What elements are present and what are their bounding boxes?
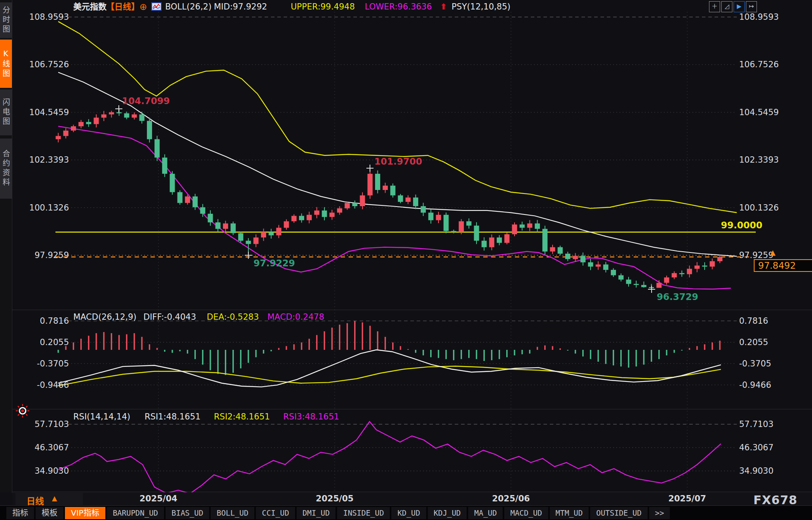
candle-body <box>603 264 608 270</box>
tab-9[interactable]: INSIDE_UD <box>337 507 390 519</box>
symbol-title: 美元指数 <box>73 2 107 12</box>
tab-12[interactable]: MA_UD <box>468 507 503 519</box>
tab-5[interactable]: BIAS_UD <box>166 507 209 519</box>
macd-axis-label: -0.3705 <box>10 359 69 369</box>
candle-body <box>185 196 190 203</box>
rsi-label: RSI(14,14,14) <box>73 412 130 422</box>
candle-body <box>451 231 456 232</box>
candle-body <box>56 136 61 139</box>
macd-axis-label: -0.9466 <box>739 380 771 390</box>
macd-value: MACD:0.2478 <box>267 312 324 322</box>
sidebar-item-4[interactable]: 合约资料 <box>0 139 12 199</box>
candle-body <box>474 226 479 241</box>
candle-body <box>154 139 160 158</box>
candle-body <box>687 269 692 274</box>
x-axis-date-label: 2025/07 <box>668 494 706 503</box>
macd-label: MACD(26,12,9) <box>73 312 137 322</box>
candle-body <box>162 158 167 174</box>
tab-4[interactable]: BARUPDN_UD <box>107 507 164 519</box>
candle-body <box>482 241 487 247</box>
candle-body <box>383 186 388 190</box>
indicator-tabbar: 指标模板VIP指标BARUPDN_UDBIAS_UDBOLL_UDCCI_UDD… <box>0 505 812 520</box>
alert-sun-icon[interactable] <box>15 403 30 420</box>
sidebar-item-1[interactable]: 分时图 <box>0 2 12 38</box>
candle-body <box>215 222 221 229</box>
crosshair-icon[interactable]: ＋ <box>709 1 720 12</box>
candle-body <box>337 208 342 213</box>
candle-body <box>231 224 236 233</box>
axis-play-icon[interactable]: ▶ <box>734 1 745 12</box>
tabs-overflow-button[interactable]: >> <box>649 507 670 519</box>
candle-body <box>542 229 547 251</box>
boll-label: BOLL(26,2) <box>165 2 212 12</box>
candle-body <box>132 114 137 118</box>
candle-body <box>86 122 91 124</box>
candle-body <box>489 237 494 247</box>
tab-3[interactable]: VIP指标 <box>65 507 105 519</box>
candle-body <box>78 122 84 126</box>
main-axis-label: 108.9593 <box>10 12 69 22</box>
tab-13[interactable]: MACD_UD <box>504 507 548 519</box>
tab-11[interactable]: KDJ_UD <box>428 507 467 519</box>
candle-body <box>527 224 532 228</box>
candle-body <box>641 285 646 287</box>
tab-10[interactable]: KD_UD <box>391 507 426 519</box>
candle-body <box>223 224 228 229</box>
tab-14[interactable]: MTM_UD <box>550 507 589 519</box>
x-axis-date-label: 2025/04 <box>139 494 177 503</box>
candle-body <box>299 216 304 220</box>
period-tag[interactable]: 【日线】 <box>106 2 139 12</box>
candle-body <box>269 232 274 235</box>
main-axis-label: 102.3393 <box>739 155 779 165</box>
candle-body <box>398 195 403 202</box>
candle-body <box>702 266 707 267</box>
rsi-line <box>58 421 721 493</box>
candle-body <box>717 257 722 261</box>
candle-body <box>588 262 593 267</box>
candle-body <box>596 264 601 267</box>
candle-body <box>314 211 319 215</box>
main-axis-label: 100.1326 <box>10 203 69 213</box>
tab-1[interactable]: 指标 <box>6 507 34 519</box>
candle-body <box>124 113 129 118</box>
sidebar-item-3[interactable]: 闪电图 <box>0 89 12 135</box>
axis-zoom-icon[interactable]: ◿ <box>721 1 732 12</box>
candle-body <box>634 284 639 285</box>
tab-6[interactable]: BOLL_UD <box>211 507 254 519</box>
candle-body <box>466 221 471 226</box>
candle-body <box>276 228 281 235</box>
main-axis-label: 97.9259 <box>10 250 69 260</box>
price-annotation: 99.0000 <box>721 220 762 230</box>
candle-body <box>504 234 509 243</box>
add-indicator-icon[interactable]: ⊕ <box>139 2 147 12</box>
price-annotation: 101.9700 <box>374 156 422 167</box>
tab-15[interactable]: OUTSIDE_UD <box>590 507 647 519</box>
main-axis-label: 106.7526 <box>10 59 69 70</box>
period-selector[interactable]: 日线 ▲ <box>15 493 83 505</box>
macd-axis-label: 0.2055 <box>10 337 69 347</box>
candle-body <box>307 215 312 220</box>
axis-shift-icon[interactable]: ↦ <box>746 1 757 12</box>
candle-body <box>292 216 297 222</box>
psy-label: PSY(12,10,85) <box>452 2 511 12</box>
main-axis-label: 100.1326 <box>739 203 779 213</box>
trading-app: 分时图K线图闪电图合约资料 美元指数 【日线】 ⊕ BOLL(26,2) MID… <box>0 0 812 520</box>
chart-style-icon[interactable] <box>151 2 162 11</box>
candle-body <box>558 247 563 254</box>
main-axis-label: 104.5459 <box>739 107 779 118</box>
macd-dea-value: DEA:-0.5283 <box>207 312 259 322</box>
sidebar-item-2[interactable]: K线图 <box>0 40 12 88</box>
candle-body <box>345 203 350 209</box>
candle-body <box>170 174 175 192</box>
tab-7[interactable]: CCI_UD <box>256 507 295 519</box>
candle-body <box>193 196 198 207</box>
candle-body <box>284 221 289 228</box>
tab-8[interactable]: DMI_UD <box>297 507 336 519</box>
macd-axis-label: 0.7816 <box>739 316 768 326</box>
candle-body <box>580 256 585 262</box>
macd-axis-label: 0.7816 <box>10 316 69 326</box>
tab-2[interactable]: 模板 <box>36 507 63 519</box>
rsi-axis-label: 57.7103 <box>10 419 69 429</box>
candle-body <box>352 203 357 206</box>
x-axis-date-label: 2025/06 <box>492 494 530 503</box>
